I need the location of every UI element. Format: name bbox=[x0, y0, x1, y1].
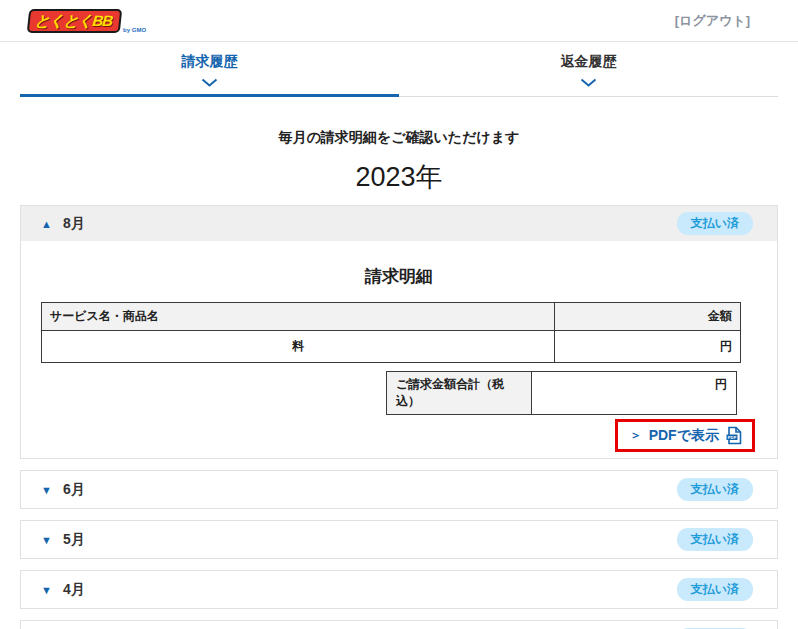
tokutokubb-logo[interactable]: とくとくBB by GMO bbox=[28, 9, 146, 33]
total-row: ご請求金額合計（税込） 円 bbox=[41, 371, 737, 415]
tab-bar: 請求履歴 返金履歴 bbox=[20, 42, 778, 97]
pdf-link-label: PDFで表示 bbox=[649, 427, 719, 445]
svg-text:PDF: PDF bbox=[728, 435, 737, 440]
top-header: とくとくBB by GMO [ログアウト] bbox=[0, 0, 798, 42]
chevron-down-icon bbox=[580, 78, 597, 87]
year-title: 2023年 bbox=[0, 159, 798, 195]
pdf-row: ＞ PDFで表示 PDF bbox=[41, 419, 755, 452]
billing-history-page: { "header": { "logo_text": "とくとくBB", "lo… bbox=[0, 0, 798, 629]
status-badge: 支払い済 bbox=[677, 528, 753, 551]
collapse-triangle-icon: ▲ bbox=[41, 218, 52, 230]
month-row-april[interactable]: ▼ 4月 支払い済 bbox=[20, 570, 778, 609]
total-label: ご請求金額合計（税込） bbox=[386, 371, 532, 415]
expand-triangle-icon: ▼ bbox=[41, 484, 52, 496]
month-label: 5月 bbox=[63, 531, 85, 549]
tab-refund-history[interactable]: 返金履歴 bbox=[399, 42, 778, 97]
col-header-service: サービス名・商品名 bbox=[42, 303, 555, 331]
pdf-icon: PDF bbox=[726, 426, 742, 445]
status-badge: 支払い済 bbox=[677, 212, 753, 235]
month-header-left: ▼ 4月 bbox=[41, 581, 85, 599]
month-header-left: ▼ 5月 bbox=[41, 531, 85, 549]
table-row: 料 円 bbox=[42, 331, 741, 363]
service-name-cell: 料 bbox=[42, 331, 555, 363]
month-row-august[interactable]: ▲ 8月 支払い済 bbox=[21, 206, 777, 241]
month-row-may[interactable]: ▼ 5月 支払い済 bbox=[20, 520, 778, 559]
tab-billing-history[interactable]: 請求履歴 bbox=[20, 42, 399, 97]
amount-cell: 円 bbox=[555, 331, 741, 363]
month-label: 8月 bbox=[63, 215, 85, 233]
month-header-left: ▲ 8月 bbox=[41, 215, 85, 233]
billing-table: サービス名・商品名 金額 料 円 bbox=[41, 302, 741, 363]
logo-subtext: by GMO bbox=[123, 27, 146, 33]
month-panel-august: ▲ 8月 支払い済 請求明細 サービス名・商品名 金額 料 円 ご請求金額合計（… bbox=[20, 205, 778, 459]
billing-detail-title: 請求明細 bbox=[41, 265, 757, 288]
tab-label: 返金履歴 bbox=[561, 53, 617, 71]
highlight-box: ＞ PDFで表示 PDF bbox=[615, 419, 755, 452]
month-row-june[interactable]: ▼ 6月 支払い済 bbox=[20, 470, 778, 509]
intro-text: 毎月の請求明細をご確認いただけます bbox=[0, 129, 798, 147]
billing-detail-body: 請求明細 サービス名・商品名 金額 料 円 ご請求金額合計（税込） 円 bbox=[21, 265, 777, 458]
logo-text: とくとくBB bbox=[27, 9, 123, 33]
link-arrow-icon: ＞ bbox=[630, 427, 642, 444]
month-row-march[interactable]: ▼ 3月 支払い済 bbox=[20, 620, 778, 629]
expand-triangle-icon: ▼ bbox=[41, 534, 52, 546]
total-value: 円 bbox=[532, 371, 737, 415]
table-header-row: サービス名・商品名 金額 bbox=[42, 303, 741, 331]
month-label: 6月 bbox=[63, 481, 85, 499]
tab-label: 請求履歴 bbox=[182, 53, 238, 71]
status-badge: 支払い済 bbox=[677, 478, 753, 501]
pdf-view-link[interactable]: ＞ PDFで表示 PDF bbox=[630, 426, 742, 445]
chevron-down-icon bbox=[201, 78, 218, 87]
month-header-left: ▼ 6月 bbox=[41, 481, 85, 499]
month-label: 4月 bbox=[63, 581, 85, 599]
expand-triangle-icon: ▼ bbox=[41, 584, 52, 596]
logout-link[interactable]: [ログアウト] bbox=[675, 12, 750, 30]
col-header-amount: 金額 bbox=[555, 303, 741, 331]
status-badge: 支払い済 bbox=[677, 578, 753, 601]
